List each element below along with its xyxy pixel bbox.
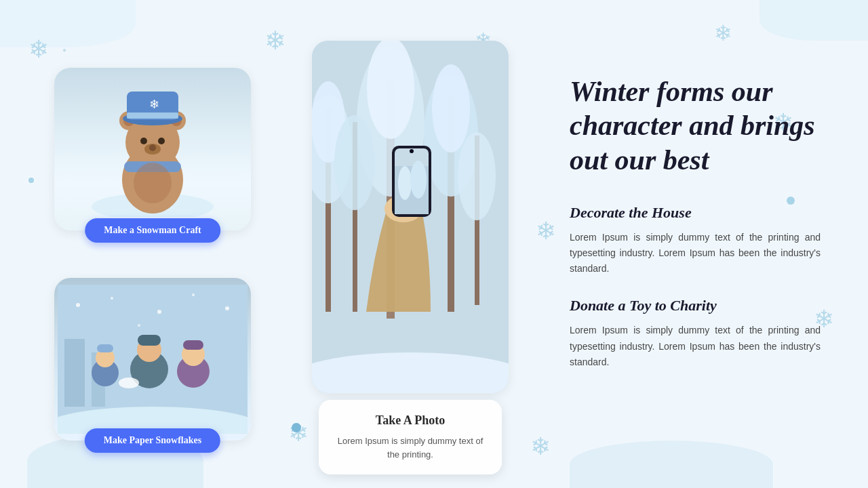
teddy-svg: ❄ [85,81,220,217]
svg-point-36 [119,378,139,388]
svg-text:❄: ❄ [149,98,159,111]
svg-point-16 [134,163,172,203]
main-title: Winter forms our character and brings ou… [570,75,821,177]
paper-snowflakes-button[interactable]: Make Paper Snowflakes [85,428,220,453]
donate-heading: Donate a Toy to Charity [570,297,821,314]
teddy-card-wrapper: ❄ Make a Snowman Craft [54,68,251,230]
take-a-photo-card: Take A Photo Lorem Ipsum is simply dummy… [319,400,502,474]
take-a-photo-description: Lorem Ipsum is simply dummy text of the … [334,434,487,461]
svg-point-21 [111,297,113,300]
middle-column: Take A Photo Lorem Ipsum is simply dummy… [312,41,509,461]
main-layout: ❄ Make a Snowman Craft [0,0,868,488]
decorate-heading: Decorate the House [570,204,821,222]
donate-text: Lorem Ipsum is simply dummy text of the … [570,323,821,369]
svg-point-43 [432,64,470,152]
family-svg [58,285,248,434]
decorate-text: Lorem Ipsum is simply dummy text of the … [570,230,821,277]
svg-point-20 [76,303,80,307]
phone-scene [312,41,509,393]
family-photo-card [54,278,251,441]
svg-point-59 [398,166,412,200]
family-scene [54,278,251,441]
svg-rect-35 [183,340,203,350]
svg-point-61 [410,149,414,153]
svg-point-22 [157,310,161,314]
svg-point-24 [225,306,229,310]
svg-rect-32 [138,335,161,346]
teddy-scene: ❄ [54,68,251,230]
teddy-photo-card: ❄ [54,68,251,230]
phone-scene-svg [312,41,509,393]
svg-point-60 [410,161,427,199]
family-card-wrapper: Make Paper Snowflakes [54,278,251,441]
tall-photo-card [312,41,509,393]
svg-point-11 [140,138,147,144]
svg-point-46 [367,41,414,139]
svg-rect-29 [97,344,113,352]
svg-point-14 [149,144,156,151]
svg-point-12 [158,138,165,144]
take-a-photo-title: Take A Photo [334,413,487,428]
svg-rect-18 [64,339,85,407]
svg-point-23 [192,293,195,296]
snowman-craft-button[interactable]: Make a Snowman Craft [85,218,220,243]
section-decorate: Decorate the House Lorem Ipsum is simply… [570,204,821,277]
svg-point-50 [458,132,496,220]
svg-point-25 [138,324,140,327]
right-column: Winter forms our character and brings ou… [570,41,821,390]
svg-rect-9 [127,113,178,119]
svg-point-51 [312,352,509,393]
section-donate: Donate a Toy to Charity Lorem Ipsum is s… [570,297,821,369]
svg-point-48 [334,115,375,210]
left-column: ❄ Make a Snowman Craft [54,68,251,461]
